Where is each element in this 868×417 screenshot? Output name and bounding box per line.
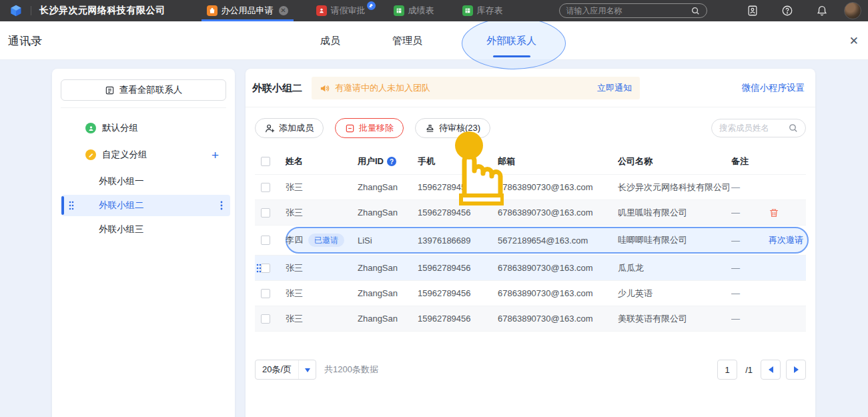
cell-remark: — [731, 314, 769, 324]
cell-name: 张三 [286, 207, 303, 219]
tab-members[interactable]: 成员 [320, 34, 340, 47]
page-total-text: /1 [745, 365, 753, 375]
cell-company: 瓜瓜龙 [618, 262, 731, 274]
app-tab-office-supplies[interactable]: 办公用品申请 ✕ [207, 0, 288, 21]
cell-email: 67863890730@163.com [498, 314, 618, 324]
user-avatar[interactable] [844, 2, 861, 19]
cell-user-id: ZhangSan [358, 207, 418, 218]
tab-admins[interactable]: 管理员 [392, 34, 422, 47]
search-members-input[interactable]: 搜索成员姓名 [711, 119, 806, 137]
close-app-tab-icon[interactable]: ✕ [279, 6, 288, 15]
table-row[interactable]: 张三 ZhangSan 15962789456 67863890730@163.… [255, 281, 806, 306]
select-all-checkbox[interactable] [261, 157, 270, 166]
row-checkbox[interactable] [261, 183, 270, 192]
subgroup-label: 外联小组一 [99, 175, 144, 187]
sidebar-item-subgroup-3[interactable]: 外联小组三 [61, 219, 230, 240]
row-checkbox[interactable] [261, 264, 270, 273]
sidebar-item-custom-group[interactable]: 自定义分组 + [52, 141, 235, 168]
cell-name: 李四 [286, 234, 303, 246]
table-row[interactable]: 张三 ZhangSan 15962789456 67863890730@163.… [255, 306, 806, 332]
row-checkbox[interactable] [261, 289, 270, 298]
contacts-header: 通讯录 成员 管理员 外部联系人 ✕ [0, 21, 868, 60]
cell-remark: — [731, 182, 769, 192]
cell-user-id: ZhangSan [358, 182, 418, 192]
next-page-button[interactable] [786, 360, 806, 380]
page-size-value: 20条/页 [256, 364, 298, 376]
megaphone-icon [320, 83, 330, 93]
reinvite-link[interactable]: 再次邀请 [769, 234, 803, 246]
panel-header: 外联小组二 有邀请中的人未加入团队 立即通知 微信小程序设置 [246, 69, 815, 107]
drag-handle-icon[interactable] [69, 201, 74, 210]
cell-user-id: ZhangSan [358, 263, 418, 273]
prev-page-button[interactable] [761, 360, 781, 380]
topbar-actions [724, 2, 868, 19]
group-label: 默认分组 [102, 122, 138, 134]
cell-user-id: ZhangSan [358, 288, 418, 298]
cell-remark: — [731, 288, 769, 298]
row-checkbox[interactable] [261, 208, 270, 218]
notify-now-link[interactable]: 立即通知 [597, 82, 632, 94]
cell-remark: — [731, 236, 769, 246]
table-row[interactable]: 张三 ZhangSan 15962789456 67863890730@163.… [255, 256, 806, 281]
row-checkbox[interactable] [261, 236, 270, 245]
row-checkbox[interactable] [261, 314, 270, 324]
grades-app-icon [394, 5, 404, 16]
cell-user-id: ZhangSan [358, 314, 418, 324]
notifications-bell-icon[interactable] [816, 5, 828, 17]
table-row[interactable]: 张三 ZhangSan 15962789456 67863890730@163.… [255, 200, 806, 226]
view-all-contacts-button[interactable]: 查看全部联系人 [61, 79, 226, 101]
add-group-icon[interactable]: + [211, 149, 219, 161]
company-name[interactable]: 长沙异次元网络科技有限公司 [39, 5, 165, 17]
help-icon[interactable] [781, 5, 793, 17]
user-id-help-icon[interactable]: ? [387, 157, 396, 166]
cell-company: 美联英语有限公司 [618, 313, 731, 325]
members-panel: 外联小组二 有邀请中的人未加入团队 立即通知 微信小程序设置 添加成员 批量移除… [246, 69, 815, 417]
app-tab-leave-approval[interactable]: 请假审批 [316, 0, 366, 21]
cell-name: 张三 [286, 313, 303, 325]
delete-row-icon[interactable] [769, 207, 779, 218]
table-row[interactable]: 李四已邀请 LiSi 13976186689 5672189654@163.co… [255, 226, 806, 256]
sidebar-item-subgroup-2[interactable]: 外联小组二 [61, 195, 230, 216]
page-number-input[interactable]: 1 [717, 360, 737, 380]
app-tab-inventory[interactable]: 库存表 [462, 0, 503, 21]
column-phone: 手机 [418, 155, 498, 167]
add-member-button[interactable]: 添加成员 [255, 118, 324, 138]
members-table: 姓名 用户ID? 手机 邮箱 公司名称 备注 张三 ZhangSan 15962… [255, 149, 806, 332]
cell-email: 67863890730@163.com [498, 263, 618, 273]
pin-badge-icon [367, 1, 376, 10]
app-search-input[interactable]: 请输入应用名称 [559, 3, 707, 18]
total-count-text: 共1200条数据 [324, 364, 378, 376]
cell-name: 张三 [286, 181, 303, 193]
app-search-placeholder: 请输入应用名称 [566, 5, 691, 17]
pending-review-label: 待审核(23) [439, 122, 480, 134]
close-icon[interactable]: ✕ [849, 33, 859, 47]
topbar-divider [31, 6, 31, 15]
cell-email: 5672189654@163.com [498, 236, 618, 246]
sidebar-item-default-group[interactable]: 默认分组 [52, 115, 235, 141]
sidebar-divider [61, 107, 226, 108]
cell-name: 张三 [286, 288, 303, 300]
table-row[interactable]: 张三 ZhangSan 15962789456 67863890730@163.… [255, 175, 806, 200]
wechat-miniprogram-settings-link[interactable]: 微信小程序设置 [742, 82, 807, 94]
tab-external-contacts[interactable]: 外部联系人 [486, 34, 536, 47]
sidebar-item-subgroup-1[interactable]: 外联小组一 [61, 171, 230, 192]
stamp-icon [425, 123, 435, 133]
office-supplies-app-icon [207, 5, 218, 16]
groups-sidebar: 查看全部联系人 默认分组 自定义分组 + 外联小组一 外联小组二 [52, 69, 235, 417]
batch-remove-label: 批量移除 [359, 122, 394, 134]
app-tab-grades[interactable]: 成绩表 [394, 0, 434, 21]
page-title: 通讯录 [8, 33, 42, 48]
subgroup-menu-icon[interactable] [220, 201, 223, 210]
cell-phone: 13976186689 [418, 236, 498, 246]
app-logo-icon[interactable] [9, 4, 23, 17]
invited-badge: 已邀请 [308, 234, 344, 247]
cell-user-id: LiSi [358, 236, 418, 246]
pending-review-button[interactable]: 待审核(23) [415, 118, 490, 138]
default-group-icon [85, 123, 96, 133]
address-book-icon[interactable] [747, 5, 759, 17]
app-tab-label: 请假审批 [331, 5, 366, 17]
table-header-row: 姓名 用户ID? 手机 邮箱 公司名称 备注 [255, 149, 806, 175]
page-size-select[interactable]: 20条/页 [255, 360, 316, 380]
batch-remove-button[interactable]: 批量移除 [335, 118, 404, 138]
notice-text: 有邀请中的人未加入团队 [335, 82, 430, 94]
